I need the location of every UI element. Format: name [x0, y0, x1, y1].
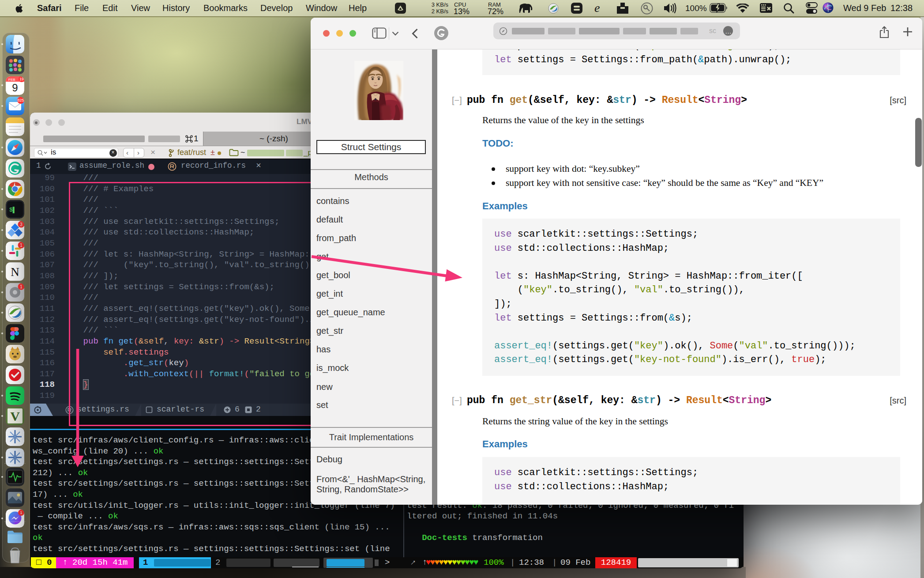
svg-text:825: 825	[17, 98, 24, 102]
svg-text:FEB: FEB	[8, 78, 15, 82]
svg-text:9: 9	[12, 82, 18, 94]
svg-text:3: 3	[20, 222, 23, 227]
svg-text:1: 1	[20, 243, 23, 248]
svg-text:$▌: $▌	[9, 207, 16, 213]
svg-text:1: 1	[20, 284, 23, 289]
svg-text:V: V	[10, 409, 20, 423]
svg-text:19: 19	[19, 77, 24, 81]
svg-text:1: 1	[20, 510, 22, 515]
svg-text:N: N	[11, 265, 19, 279]
